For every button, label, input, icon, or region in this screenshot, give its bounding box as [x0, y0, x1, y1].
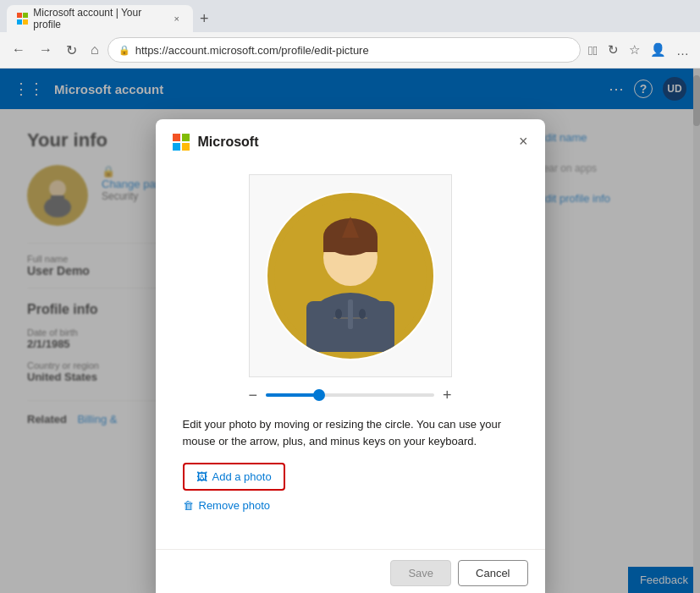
modal-title: Microsoft [198, 135, 259, 150]
zoom-minus-button[interactable]: − [249, 387, 258, 403]
photo-preview-area[interactable] [249, 174, 452, 377]
back-button[interactable]: ← [7, 39, 30, 61]
photo-edit-description: Edit your photo by moving or resizing th… [183, 416, 518, 449]
home-button[interactable]: ⌂ [85, 39, 104, 61]
browser-tab[interactable]: Microsoft account | Your profile × [7, 5, 193, 32]
favorites-button[interactable]: ☆ [625, 39, 644, 61]
modal-header: Microsoft × [156, 119, 545, 161]
zoom-slider[interactable] [266, 393, 434, 397]
add-photo-label: Add a photo [212, 470, 272, 483]
url-text: https://account.microsoft.com/profile/ed… [135, 44, 369, 57]
forward-button[interactable]: → [34, 39, 58, 61]
nav-bar: ← → ↻ ⌂ 🔒 https://account.microsoft.com/… [0, 32, 700, 68]
refresh-button[interactable]: ↻ [61, 39, 82, 62]
tab-close-button[interactable]: × [171, 12, 183, 25]
more-button[interactable]: … [672, 39, 693, 61]
trash-icon: 🗑 [183, 499, 194, 512]
slider-thumb[interactable] [313, 389, 325, 401]
profile-button[interactable]: 👤 [646, 39, 670, 61]
page-background: ⋮⋮ Microsoft account ⋯ ? UD Your info [0, 69, 700, 593]
modal-footer: Save Cancel [156, 549, 545, 593]
lock-icon: 🔒 [119, 45, 130, 56]
svg-point-13 [359, 309, 366, 319]
svg-rect-11 [348, 299, 353, 329]
photo-actions: 🖼 Add a photo 🗑 Remove photo [183, 463, 518, 512]
photo-editor: − + [183, 174, 518, 403]
zoom-controls: − + [249, 387, 452, 403]
svg-point-12 [335, 309, 342, 319]
add-photo-button[interactable]: 🖼 Add a photo [183, 463, 285, 491]
address-bar[interactable]: 🔒 https://account.microsoft.com/profile/… [107, 37, 581, 63]
svg-rect-6 [323, 237, 378, 252]
browser-refresh-button[interactable]: ↻ [604, 39, 623, 61]
new-tab-button[interactable]: + [193, 10, 216, 28]
read-aloud-button[interactable]: 🇥🇦 [584, 39, 602, 61]
save-button[interactable]: Save [390, 560, 451, 586]
zoom-plus-button[interactable]: + [443, 387, 452, 403]
browser-chrome: Microsoft account | Your profile × + ← →… [0, 0, 700, 69]
tab-bar: Microsoft account | Your profile × + [0, 0, 700, 32]
microsoft-logo [173, 134, 190, 151]
tab-favicon [17, 13, 28, 25]
remove-photo-button[interactable]: 🗑 Remove photo [183, 499, 271, 512]
cancel-button[interactable]: Cancel [458, 560, 527, 586]
photo-circle [266, 191, 435, 360]
modal-body: − + Edit your photo by moving or resizin… [156, 161, 545, 549]
tab-title: Microsoft account | Your profile [33, 7, 165, 30]
nav-icons: 🇥🇦 ↻ ☆ 👤 … [584, 39, 693, 61]
modal-close-button[interactable]: × [519, 133, 528, 151]
slider-fill [266, 393, 317, 397]
add-photo-icon: 🖼 [196, 470, 207, 483]
modal-dialog: Microsoft × [156, 119, 545, 593]
remove-photo-label: Remove photo [199, 499, 271, 512]
